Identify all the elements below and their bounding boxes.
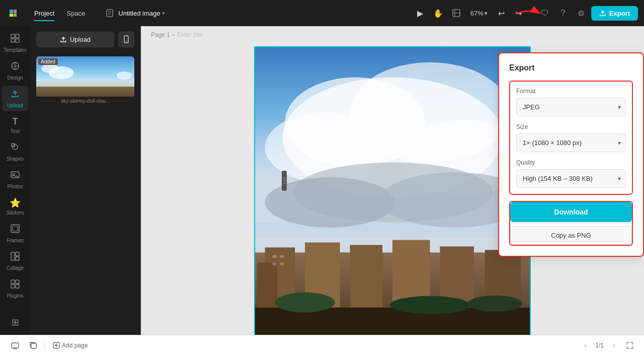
quality-select-wrapper: High (154 KB – 308 KB) Medium Low ▾ [516,169,626,188]
svg-rect-38 [350,245,383,307]
svg-point-49 [467,296,522,312]
topbar-tabs: Project Space [28,8,91,19]
svg-point-48 [390,296,470,314]
sidebar-item-frames[interactable]: Frames [2,221,28,246]
canvas-svg [255,47,530,335]
thumbnail-item[interactable]: Added sky-stormy-dull-clou... [36,56,134,104]
tab-space[interactable]: Space [60,8,91,19]
sidebar-item-photos[interactable]: Photos [2,167,28,192]
quality-select[interactable]: High (154 KB – 308 KB) Medium Low [516,169,626,188]
plugins-icon [10,279,20,292]
panel-resize-handle[interactable] [282,171,287,191]
zoom-control[interactable]: 67% ▾ [466,8,492,19]
topbar-tools: ▶ ✋ 67% ▾ ↩ ↪ 🛡 ? ⚙ Export [412,5,638,21]
svg-rect-51 [31,343,36,348]
sidebar: Templates Design Upload T Text Shapes [0,26,30,335]
sidebar-item-collage[interactable]: Collage [2,248,28,274]
svg-rect-21 [124,36,128,43]
upload-panel: Upload Added sky-stormy-dull-clou... [30,26,141,335]
redo-button[interactable]: ↪ [511,5,527,21]
sidebar-item-text[interactable]: T Text [2,113,28,137]
svg-rect-16 [16,257,19,260]
help-button[interactable]: ? [555,5,571,21]
export-icon [599,10,606,17]
svg-rect-14 [11,252,15,260]
export-options-box: Format JPEG PNG PDF SVG WebP ▾ Size 1× (… [509,81,633,195]
bottombar-screen-btn[interactable] [8,338,22,352]
main-area: Templates Design Upload T Text Shapes [0,26,644,335]
svg-rect-3 [11,34,15,38]
page-title-input[interactable] [177,31,253,38]
photos-icon [10,170,20,182]
panel-header: Upload [30,26,140,52]
upload-button[interactable]: Upload [36,32,114,47]
format-select[interactable]: JPEG PNG PDF SVG WebP [516,98,626,116]
svg-rect-13 [13,226,18,231]
sidebar-item-shapes[interactable]: Shapes [2,139,28,165]
collage-icon [10,251,20,264]
sidebar-item-design[interactable]: Design [2,58,28,84]
export-panel: Export Format JPEG PNG PDF SVG WebP ▾ Si… [498,52,644,257]
doc-name[interactable]: Untitled image ▾ [118,10,165,17]
svg-rect-15 [16,252,19,256]
text-icon: T [13,116,18,127]
layout-tool[interactable] [448,5,464,21]
copy-png-button[interactable]: Copy as PNG [510,226,632,245]
undo-redo-group: ↩ ↪ [494,5,527,21]
settings-button[interactable]: ⚙ [573,5,589,21]
stickers-icon: ⭐ [10,197,21,208]
upload-icon [10,89,20,101]
topbar-center: Untitled image ▾ [105,9,165,18]
sidebar-item-templates[interactable]: Templates [2,30,28,56]
topbar: Project Space Untitled image ▾ ▶ ✋ 67% ▾… [0,0,644,26]
export-actions-box: Download Copy as PNG [509,201,633,246]
canvas-image [255,47,530,335]
canvas-area: Page 1 – [141,26,644,335]
panel-mobile-btn[interactable] [118,31,134,47]
bottombar: Add page ‹ 1/1 › [0,335,644,355]
logo-button[interactable] [6,6,20,20]
svg-rect-6 [16,39,19,42]
panel-content: Added sky-stormy-dull-clou... [30,52,140,335]
size-select[interactable]: 1× (1080 × 1080 px) 2× (2160 × 2160 px) … [516,133,626,152]
tab-project[interactable]: Project [28,8,60,19]
page-title-bar: Page 1 – [151,31,253,38]
format-label: Format [516,88,626,95]
prev-page-button[interactable]: ‹ [579,339,591,351]
shield-button[interactable]: 🛡 [537,5,553,21]
frames-icon [10,224,20,236]
design-icon [10,61,20,74]
hand-tool[interactable]: ✋ [430,5,446,21]
bottombar-right: ‹ 1/1 › [579,339,636,351]
bottombar-copy-btn[interactable] [26,338,40,352]
svg-rect-18 [16,280,19,283]
templates-icon [10,33,20,46]
size-label: Size [516,123,626,130]
add-page-button[interactable]: Add page [49,340,92,351]
export-button[interactable]: Export [591,6,638,21]
undo-button[interactable]: ↩ [494,5,510,21]
svg-point-22 [126,41,127,42]
svg-rect-44 [273,262,277,265]
svg-rect-20 [16,285,19,288]
svg-rect-50 [12,343,19,348]
page-indicator: 1/1 [595,342,604,349]
svg-rect-5 [11,39,15,42]
sidebar-item-more[interactable]: ⊞ [2,314,28,331]
fit-screen-button[interactable] [624,339,636,351]
size-select-wrapper: 1× (1080 × 1080 px) 2× (2160 × 2160 px) … [516,133,626,152]
format-select-wrapper: JPEG PNG PDF SVG WebP ▾ [516,98,626,116]
sidebar-item-stickers[interactable]: ⭐ Stickers [2,194,28,219]
cursor-tool[interactable]: ▶ [412,5,428,21]
shapes-icon [10,142,20,155]
sidebar-item-upload[interactable]: Upload [2,86,28,111]
bottombar-divider [44,340,45,350]
download-button[interactable]: Download [510,202,632,222]
export-panel-title: Export [509,63,633,73]
document-icon [105,9,114,18]
thumbnail-badge: Added [38,58,58,65]
more-icon: ⊞ [12,317,19,328]
sidebar-item-plugins[interactable]: Plugins [2,276,28,302]
thumbnail-name: sky-stormy-dull-clou... [36,98,134,104]
next-page-button[interactable]: › [608,339,620,351]
